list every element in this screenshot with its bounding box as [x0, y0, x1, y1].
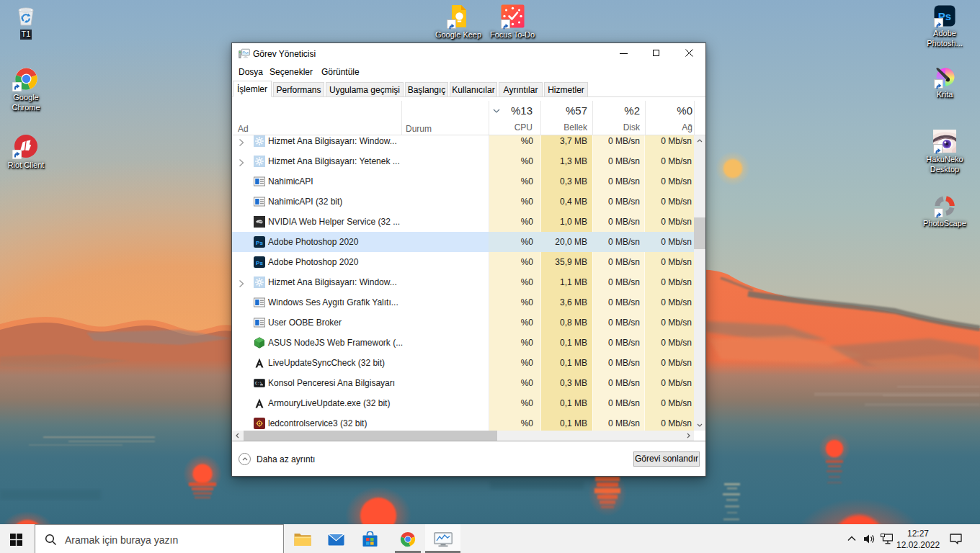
svg-text:Ps: Ps: [256, 260, 263, 266]
svg-text:Ps: Ps: [256, 240, 263, 246]
